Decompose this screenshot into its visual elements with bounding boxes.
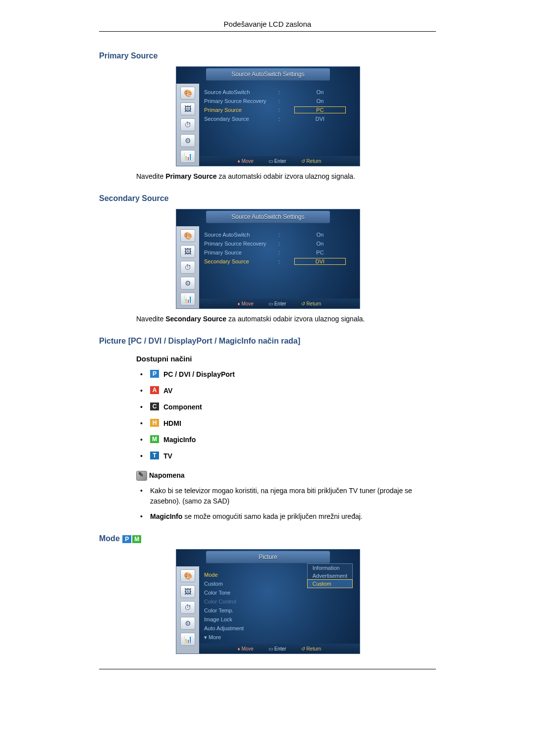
chart-icon: 📊 <box>180 293 195 305</box>
mode-item: AAV <box>136 386 436 396</box>
mode-item: TTV <box>136 451 436 461</box>
osd-row-label: Image Lock <box>204 616 278 622</box>
osd-dropdown-item: Information <box>308 564 352 572</box>
osd-row: Color Control <box>204 597 355 606</box>
osd-row-value: On <box>285 241 355 247</box>
mode-item: PPC / DVI / DisplayPort <box>136 369 436 379</box>
mode-item: MMagicInfo <box>136 435 436 445</box>
mode-label: MagicInfo <box>163 436 196 444</box>
osd-sidebar: 🎨 🖼 ⏱ ⚙ 📊 <box>176 84 199 166</box>
osd-row-value: PC <box>285 250 355 255</box>
osd-row-label: Source AutoSwitch <box>204 232 278 238</box>
picture-icon: 🖼 <box>180 102 195 115</box>
chart-icon: 📊 <box>180 633 195 646</box>
footer-enter: ▭ Enter <box>268 646 286 652</box>
para-secondary: Navedite Secondary Source za automatski … <box>136 314 436 324</box>
osd-row: Color Tone <box>204 588 355 597</box>
osd-footer: ♦ Move ▭ Enter ↺ Return <box>199 299 360 308</box>
osd-sidebar: 🎨 🖼 ⏱ ⚙ 📊 <box>176 226 199 308</box>
osd-row-label: Color Tone <box>204 590 278 596</box>
heading-mode: Mode PM <box>99 534 436 543</box>
page-header: Podešavanje LCD zaslona <box>99 20 436 32</box>
osd-row-label: ▾ More <box>204 634 278 641</box>
footer-rule <box>99 669 436 669</box>
footer-enter: ▭ Enter <box>268 158 286 164</box>
footer-move: ♦ Move <box>238 646 254 652</box>
palette-icon: 🎨 <box>180 87 195 100</box>
modes-list: PPC / DVI / DisplayPortAAVCComponentHHDM… <box>136 369 436 461</box>
heading-primary-source: Primary Source <box>99 51 436 60</box>
gear-icon: ⚙ <box>180 277 195 290</box>
osd-title: Source AutoSwitch Settings <box>206 211 330 223</box>
osd-row: Primary Source Recovery:On <box>204 239 355 248</box>
osd-row-label: Color Control <box>204 599 278 605</box>
picture-icon: 🖼 <box>180 245 195 258</box>
osd-footer: ♦ Move ▭ Enter ↺ Return <box>199 644 360 654</box>
gear-icon: ⚙ <box>180 134 195 147</box>
osd-colon: : <box>278 250 285 255</box>
heading-secondary-source: Secondary Source <box>99 194 436 203</box>
osd-colon: : <box>278 241 285 247</box>
mode-label: TV <box>163 452 172 460</box>
osd-dropdown-item: Advertisement <box>308 572 352 580</box>
osd-row-value: PC <box>285 106 355 113</box>
palette-icon: 🎨 <box>180 229 195 242</box>
osd-colon: : <box>278 116 285 122</box>
osd-title: Picture <box>206 551 330 563</box>
mode-badge: T <box>150 452 159 459</box>
osd-row-value: On <box>285 89 355 95</box>
osd-row-label: Mode <box>204 572 278 578</box>
osd-row: Source AutoSwitch:On <box>204 230 355 239</box>
osd-row: ▾ More <box>204 633 355 642</box>
osd-colon: : <box>278 232 285 238</box>
osd-dropdown-item: Custom <box>307 579 353 588</box>
footer-return: ↺ Return <box>301 301 321 306</box>
osd-row: Auto Adjustment <box>204 624 355 633</box>
osd-row-value: On <box>285 232 355 238</box>
palette-icon: 🎨 <box>180 569 195 582</box>
osd-row-value: DVI <box>285 258 355 265</box>
osd-row-value: On <box>285 98 355 104</box>
osd-footer: ♦ Move ▭ Enter ↺ Return <box>199 156 360 166</box>
osd-row: Secondary Source:DVI <box>204 257 355 266</box>
clock-icon: ⏱ <box>180 601 195 614</box>
osd-row: Color Temp. <box>204 606 355 615</box>
osd-row-label: Primary Source Recovery <box>204 98 278 104</box>
osd-row-value: DVI <box>285 116 355 122</box>
mode-label: AV <box>163 387 172 395</box>
note-heading: Napomena <box>136 471 436 481</box>
osd-picture-mode: Picture 🎨 🖼 ⏱ ⚙ 📊 ModeCustomColor ToneCo… <box>176 549 359 654</box>
osd-row-label: Auto Adjustment <box>204 625 278 631</box>
chart-icon: 📊 <box>180 150 195 163</box>
note-item: Kako bi se televizor mogao koristiti, na… <box>136 486 436 506</box>
osd-colon: : <box>278 258 285 264</box>
heading-available-modes: Dostupni načini <box>136 354 436 363</box>
mode-label: PC / DVI / DisplayPort <box>163 370 235 378</box>
osd-row: Primary Source:PC <box>204 248 355 257</box>
picture-icon: 🖼 <box>180 585 195 598</box>
osd-row: Primary Source:PC <box>204 105 355 114</box>
osd-sidebar: 🎨 🖼 ⏱ ⚙ 📊 <box>176 566 199 654</box>
notes-list: Kako bi se televizor mogao koristiti, na… <box>136 486 436 522</box>
clock-icon: ⏱ <box>180 118 195 131</box>
gear-icon: ⚙ <box>180 617 195 630</box>
footer-move: ♦ Move <box>238 158 254 164</box>
osd-row: Primary Source Recovery:On <box>204 97 355 105</box>
osd-row: Image Lock <box>204 615 355 624</box>
note-strong: MagicInfo <box>150 512 182 520</box>
mode-label: Component <box>163 403 202 411</box>
osd-dropdown: InformationAdvertisementCustom <box>307 563 353 588</box>
note-icon <box>136 471 147 481</box>
footer-move: ♦ Move <box>238 301 254 306</box>
mode-badge: P <box>150 370 159 378</box>
osd-row-label: Primary Source <box>204 107 278 113</box>
mode-badge: A <box>150 386 159 394</box>
osd-row: Source AutoSwitch:On <box>204 88 355 97</box>
mode-item: HHDMI <box>136 418 436 428</box>
footer-enter: ▭ Enter <box>268 301 286 306</box>
osd-row-label: Secondary Source <box>204 258 278 264</box>
heading-picture: Picture [PC / DVI / DisplayPort / MagicI… <box>99 337 436 346</box>
note-item: MagicInfo se može omogućiti samo kada je… <box>136 511 436 522</box>
mode-label: HDMI <box>163 419 181 427</box>
osd-row-label: Color Temp. <box>204 607 278 613</box>
